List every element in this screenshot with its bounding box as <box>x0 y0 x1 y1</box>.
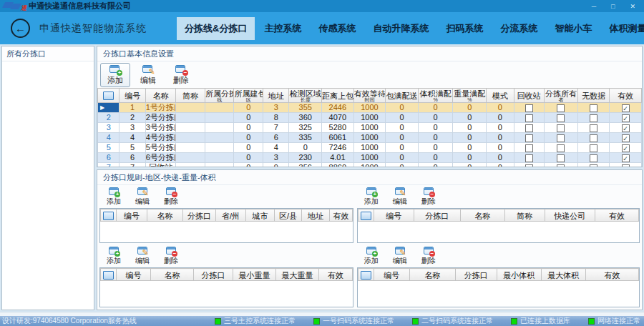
table-row[interactable]: 666号分拣口032304.0110000000✓ <box>98 153 642 163</box>
checkbox-cell[interactable] <box>545 123 578 133</box>
column-header[interactable]: 距离上包 <box>322 89 354 103</box>
column-header[interactable]: 名称 <box>409 269 455 281</box>
checkbox-cell[interactable] <box>545 163 578 167</box>
tab-2[interactable]: 传感系统 <box>311 17 364 40</box>
checkbox-cell[interactable]: ✓ <box>610 143 642 153</box>
select-all-header[interactable] <box>358 209 374 222</box>
select-all-header[interactable] <box>101 209 117 222</box>
tab-4[interactable]: 扫码系统 <box>438 17 491 40</box>
column-header[interactable]: 区/县 <box>275 209 302 222</box>
cell[interactable]: 6 <box>119 153 145 163</box>
checkbox-cell[interactable] <box>514 153 545 163</box>
cell[interactable]: 1000 <box>353 143 386 153</box>
column-header[interactable]: 回收站 <box>514 89 545 103</box>
table-row[interactable]: 222号分拣口08360407010000000✓ <box>98 113 642 123</box>
maximize-button[interactable]: □ <box>611 3 615 10</box>
select-all-header[interactable] <box>101 269 117 281</box>
checkbox-unchecked[interactable] <box>525 144 533 152</box>
cell[interactable]: 335 <box>289 133 322 143</box>
column-header[interactable]: 模式 <box>487 89 514 103</box>
cell[interactable]: 0 <box>453 103 487 113</box>
cell[interactable] <box>176 103 205 113</box>
cell[interactable]: 1000 <box>353 133 386 143</box>
cell[interactable]: 3 <box>119 123 145 133</box>
cell[interactable]: 356 <box>289 163 322 167</box>
cell[interactable] <box>205 163 234 167</box>
cell[interactable]: 4 <box>263 143 289 153</box>
column-header[interactable]: 所属分拣线 <box>205 89 234 103</box>
cell[interactable]: 8 <box>263 113 289 123</box>
table-row[interactable]: 444号分拣口06335606110000000✓ <box>98 133 642 143</box>
cell[interactable]: 1000 <box>353 103 386 113</box>
table-row[interactable]: 77回收站09356886010000000✓ <box>98 163 642 167</box>
checkbox-cell[interactable] <box>577 103 610 113</box>
checkbox-cell[interactable] <box>545 143 578 153</box>
delete-button[interactable]: −删除 <box>166 63 196 87</box>
cell[interactable]: 0 <box>234 163 263 167</box>
column-header[interactable]: 名称 <box>147 209 183 222</box>
cell[interactable]: 9 <box>263 163 289 167</box>
cell[interactable]: 0 <box>487 123 514 133</box>
edit-button[interactable]: ✎编辑 <box>133 63 163 87</box>
minimize-button[interactable]: ─ <box>592 3 596 10</box>
checkbox-cell[interactable]: ✓ <box>610 123 642 133</box>
column-header[interactable]: 有效 <box>319 269 353 281</box>
column-header[interactable]: 编号 <box>117 269 151 281</box>
checkbox-cell[interactable] <box>577 123 610 133</box>
column-header[interactable]: 省/州 <box>216 209 246 222</box>
checkbox-unchecked[interactable] <box>557 134 565 142</box>
column-header[interactable]: 简称 <box>176 89 205 103</box>
delete-button[interactable]: −删除 <box>416 186 441 207</box>
tab-0[interactable]: 分拣线&分拣口 <box>177 17 255 40</box>
delete-button[interactable]: −删除 <box>416 245 441 267</box>
checkbox-cell[interactable] <box>514 123 545 133</box>
cell[interactable]: 3 <box>263 103 289 113</box>
cell[interactable] <box>176 153 205 163</box>
checkbox-unchecked[interactable] <box>525 124 533 132</box>
delete-button[interactable]: −删除 <box>158 245 184 267</box>
add-button[interactable]: +添加 <box>101 245 127 267</box>
edit-button[interactable]: ✎编辑 <box>387 245 413 267</box>
row-selector-cell[interactable]: 6 <box>98 153 119 163</box>
row-selector-cell[interactable]: 2 <box>98 113 119 123</box>
add-button[interactable]: +添加 <box>100 63 130 87</box>
add-button[interactable]: +添加 <box>358 245 384 267</box>
checkbox-unchecked[interactable] <box>525 114 533 122</box>
tab-7[interactable]: 体积测量系统 <box>601 17 644 40</box>
cell[interactable]: 0 <box>453 133 487 143</box>
cell[interactable]: 0 <box>386 103 419 113</box>
row-selector-cell[interactable]: 5 <box>98 143 119 153</box>
cell[interactable] <box>176 123 205 133</box>
select-all-header[interactable] <box>358 269 374 281</box>
back-button[interactable]: ← <box>11 19 30 38</box>
table-row[interactable]: 333号分拣口07325528010000000✓ <box>98 123 642 133</box>
cell[interactable]: 3号分拣口 <box>145 123 176 133</box>
checkbox-unchecked[interactable] <box>557 124 565 132</box>
cell[interactable]: 0 <box>234 153 263 163</box>
column-header[interactable]: 地址 <box>302 209 330 222</box>
column-header[interactable]: 分拣口 <box>194 269 233 281</box>
checkbox-unchecked[interactable] <box>590 164 597 167</box>
column-header[interactable]: 包满配送 <box>386 89 419 103</box>
cell[interactable] <box>176 133 205 143</box>
checkbox-cell[interactable]: ✓ <box>610 103 642 113</box>
add-button[interactable]: +添加 <box>101 186 127 207</box>
region-empty-body[interactable] <box>100 222 353 242</box>
cell[interactable]: 4 <box>119 133 145 143</box>
row-selector-cell[interactable]: ▶ <box>98 103 119 113</box>
sidebar-tree-area[interactable] <box>2 61 94 310</box>
column-header[interactable]: 最大重量 <box>276 269 319 281</box>
checkbox-cell[interactable] <box>577 133 610 143</box>
cell[interactable]: 0 <box>418 133 453 143</box>
checkbox-cell[interactable] <box>514 143 545 153</box>
cell[interactable]: 0 <box>386 153 419 163</box>
cell[interactable]: 325 <box>289 123 322 133</box>
cell[interactable]: 回收站 <box>145 163 176 167</box>
close-button[interactable]: ✕ <box>630 3 635 10</box>
column-header[interactable]: 地址 <box>263 89 289 103</box>
volume-empty-body[interactable] <box>358 281 639 307</box>
cell[interactable]: 0 <box>418 153 453 163</box>
cell[interactable]: 0 <box>418 143 453 153</box>
delete-button[interactable]: −删除 <box>158 186 184 207</box>
tab-5[interactable]: 分流系统 <box>492 17 545 40</box>
